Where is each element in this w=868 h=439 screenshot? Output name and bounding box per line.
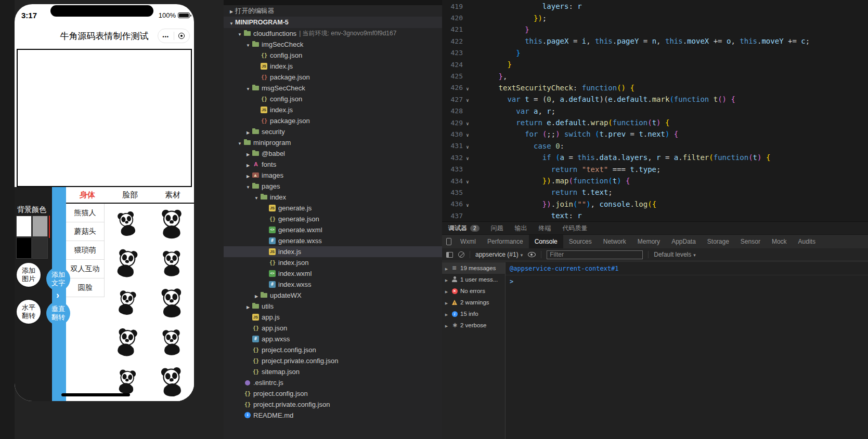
tree-item[interactable]: miniprogram [224, 137, 442, 148]
tree-item[interactable]: generate.js [224, 203, 442, 214]
fold-icon[interactable] [463, 118, 472, 127]
tree-item[interactable]: project.private.config.json [224, 355, 442, 366]
code-line[interactable]: 429return e.default.wrap(function(t) { [442, 117, 868, 128]
devtools-tab[interactable]: Console [529, 235, 563, 248]
tree-item[interactable]: generate.wxss [224, 235, 442, 246]
devtools-tab[interactable]: Wxml [455, 235, 482, 248]
tree-item[interactable]: index.js [224, 246, 442, 257]
devtools-tab[interactable]: Audits [793, 235, 821, 248]
console-context-link[interactable]: @appservice-current-context#1 [506, 262, 868, 275]
code-line[interactable]: 432if (a = this.data.layers, r = a.filte… [442, 152, 868, 163]
devtools-tab[interactable]: Network [598, 235, 632, 248]
console-filter-row[interactable]: 19 messages [442, 262, 505, 274]
code-line[interactable]: 423} [442, 47, 868, 59]
fold-icon[interactable] [463, 84, 472, 92]
tree-item[interactable]: index.wxml [224, 268, 442, 279]
console-filter-row[interactable]: 2 verbose [442, 320, 505, 331]
fold-icon[interactable] [463, 130, 472, 138]
tree-item[interactable]: generate.wxml [224, 224, 442, 235]
panel-tab[interactable]: 输出 [515, 224, 527, 233]
context-selector[interactable]: appservice (#1) [475, 251, 523, 258]
panel-tab[interactable]: 终端 [539, 224, 551, 233]
devtools-tab[interactable]: Performance [482, 235, 529, 248]
code-line[interactable]: 428var a, r; [442, 105, 868, 117]
devtools-tab[interactable]: Sources [563, 235, 598, 248]
code-line[interactable]: 436}).join(""), console.log({ [442, 198, 868, 210]
console-filter-row[interactable]: 1 user mess... [442, 274, 505, 285]
tree-item[interactable]: app.json [224, 323, 442, 334]
log-levels-dropdown[interactable]: Default levels [654, 251, 696, 258]
code-line[interactable]: 422this.pageX = i, this.pageY = n, this.… [442, 35, 868, 47]
code-line[interactable]: 420}); [442, 12, 868, 23]
dock-side-icon[interactable] [446, 252, 453, 258]
tree-item[interactable]: package.json [224, 115, 442, 126]
tree-item[interactable]: index.js [224, 104, 442, 115]
tree-item[interactable]: msgSecCheck [224, 83, 442, 94]
project-root-header[interactable]: MINIPROGRAM-5 [224, 17, 442, 28]
code-line[interactable]: 437text: r [442, 210, 868, 221]
fold-icon[interactable] [463, 95, 472, 103]
tree-item[interactable]: .eslintrc.js [224, 377, 442, 388]
fold-icon[interactable] [463, 200, 472, 208]
tree-item[interactable]: @babel [224, 148, 442, 159]
code-line[interactable]: 421} [442, 24, 868, 35]
tree-item[interactable]: updateWX [224, 290, 442, 301]
tree-item[interactable]: generate.json [224, 214, 442, 224]
code-line[interactable]: 427var t = (0, a.default)(e.default.mark… [442, 94, 868, 105]
code-line[interactable]: 419layers: r [442, 1, 868, 12]
code-editor[interactable]: 419layers: r420});421}422this.pageX = i,… [442, 0, 868, 221]
tree-item[interactable]: utils [224, 301, 442, 312]
tree-item[interactable]: README.md [224, 410, 442, 421]
tree-item[interactable]: package.json [224, 72, 442, 83]
devtools-tab[interactable]: AppData [666, 235, 702, 248]
fold-icon[interactable] [463, 177, 472, 185]
tree-item[interactable]: app.wxss [224, 334, 442, 344]
devtools-tab[interactable]: Memory [632, 235, 666, 248]
tree-item[interactable]: project.private.config.json [224, 399, 442, 410]
console-filter-row[interactable]: No errors [442, 285, 505, 297]
code-line[interactable]: 431case 0: [442, 140, 868, 152]
tree-item[interactable]: config.json [224, 50, 442, 61]
code-line[interactable]: 425}, [442, 70, 868, 82]
filter-input[interactable] [547, 250, 643, 259]
code-line[interactable]: 434}).map(function(t) { [442, 175, 868, 187]
tree-item[interactable]: index.json [224, 257, 442, 268]
devtools-tab[interactable]: Storage [702, 235, 735, 248]
code-line[interactable]: 426textSecurityCheck: function() { [442, 82, 868, 94]
code-line[interactable]: 435return t.text; [442, 187, 868, 198]
eye-icon[interactable] [528, 252, 536, 257]
tree-item[interactable]: cloudfunctions| 当前环境: env-3gnovo9mf0f9d1… [224, 28, 442, 39]
tree-item[interactable]: index.js [224, 61, 442, 72]
tree-item[interactable]: sitemap.json [224, 366, 442, 377]
tree-item[interactable]: pages [224, 181, 442, 192]
fold-icon[interactable] [463, 142, 472, 150]
panel-tab[interactable]: 问题 [491, 224, 503, 233]
console-filter-row[interactable]: 2 warnings [442, 297, 505, 308]
tree-item[interactable]: index [224, 192, 442, 203]
tree-item[interactable]: index.wxss [224, 279, 442, 290]
add-text-button[interactable]: 添加文字 [46, 267, 70, 291]
console-filter-row[interactable]: 15 info [442, 308, 505, 320]
devtools-tab[interactable]: Mock [766, 235, 793, 248]
code-line[interactable]: 430for (;;) switch (t.prev = t.next) { [442, 128, 868, 140]
clear-console-icon[interactable] [458, 251, 464, 258]
tree-item[interactable]: imgSecCheck [224, 39, 442, 50]
flip-horizontal-button[interactable]: 水平翻转 [16, 299, 42, 325]
panel-tab[interactable]: 代码质量 [563, 224, 588, 233]
tree-item[interactable]: config.json [224, 94, 442, 104]
code-line[interactable]: 424} [442, 59, 868, 70]
tree-item[interactable]: fonts [224, 159, 442, 170]
add-image-button[interactable]: 添加图片 [16, 262, 42, 288]
devtools-tab[interactable]: Sensor [735, 235, 766, 248]
tree-item[interactable]: security [224, 126, 442, 137]
fold-icon[interactable] [463, 153, 472, 162]
console-prompt[interactable]: > [506, 275, 868, 288]
flip-vertical-button[interactable]: 垂直翻转 [46, 301, 70, 325]
tree-item[interactable]: app.js [224, 312, 442, 323]
code-line[interactable]: 433return "text" === t.type; [442, 163, 868, 175]
console-output[interactable]: @appservice-current-context#1 > [506, 262, 868, 439]
tree-item[interactable]: images [224, 170, 442, 181]
open-editors-header[interactable]: 打开的编辑器 [224, 5, 442, 17]
tree-item[interactable]: project.config.json [224, 344, 442, 355]
panel-tab[interactable]: 调试器2 [448, 224, 480, 233]
